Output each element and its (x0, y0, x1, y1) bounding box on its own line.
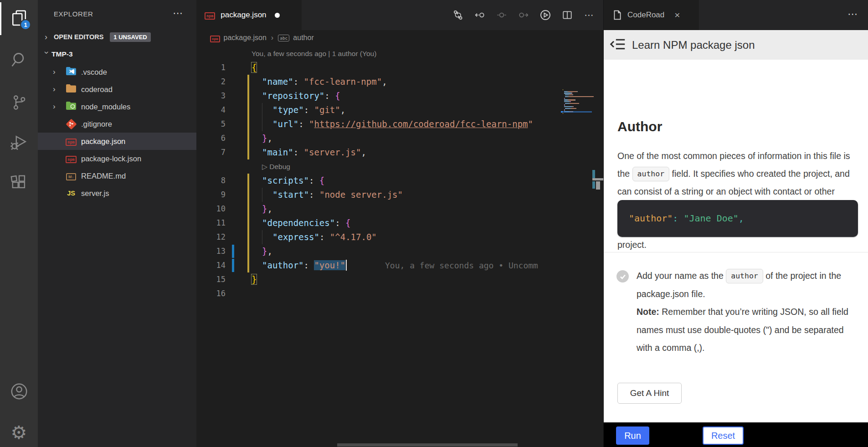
line-number[interactable]: 13 (196, 244, 226, 258)
split-editor-icon[interactable] (561, 9, 573, 21)
line-number[interactable]: 8 (196, 174, 226, 188)
tab-coderoad[interactable]: CodeRoad × (604, 0, 699, 30)
token: , (267, 246, 272, 256)
run-and-debug-icon[interactable] (0, 125, 38, 159)
line-number[interactable]: 1 (196, 61, 226, 75)
code-line-3[interactable]: 3"repository": { (196, 89, 562, 103)
code-text: } (252, 272, 257, 287)
more-actions-icon[interactable]: ⋯ (583, 9, 595, 21)
tree-item-.vscode[interactable]: ›.vscode (38, 63, 196, 81)
minimap[interactable] (562, 89, 592, 139)
editor-actions: ⋯ (452, 0, 595, 30)
git-compare-icon[interactable] (452, 9, 464, 21)
line-number[interactable]: 14 (196, 258, 226, 272)
minimap-line (564, 91, 578, 92)
file-type-icon: npm (64, 137, 78, 145)
token: : (293, 147, 304, 157)
line-number[interactable]: 2 (196, 75, 226, 89)
token: "repository" (262, 91, 324, 101)
tree-item-package-lock.json[interactable]: npmpackage-lock.json (38, 150, 196, 167)
extensions-icon[interactable] (0, 165, 38, 200)
line-number[interactable]: 4 (196, 103, 226, 117)
codelens-row[interactable]: You, a few seconds ago | 1 author (You) (196, 46, 562, 61)
bold-text: Note: (637, 307, 659, 317)
tree-item-.gitignore[interactable]: .gitignore (38, 115, 196, 133)
token: : (309, 175, 319, 185)
reset-button[interactable]: Reset (703, 426, 744, 445)
accounts-icon[interactable] (0, 374, 38, 409)
unsaved-badge: 1 UNSAVED (110, 32, 150, 42)
chevron-right-icon[interactable]: › (53, 102, 64, 111)
code-line-2[interactable]: 2"name": "fcc-learn-npm", (196, 75, 562, 89)
chevron-right-icon[interactable]: › (53, 85, 64, 94)
close-icon[interactable]: × (674, 10, 680, 21)
code-line-11[interactable]: 11"dependencies": { (196, 216, 562, 230)
run-button[interactable]: Run (616, 426, 649, 445)
workspace-root-row[interactable]: › TMP-3 (38, 46, 196, 63)
horizontal-scrollbar[interactable] (337, 443, 518, 447)
back-to-lessons-icon[interactable] (610, 36, 626, 54)
token: : (304, 105, 314, 115)
overview-ruler-slider[interactable] (592, 178, 603, 180)
line-number[interactable]: 6 (196, 131, 226, 145)
chevron-right-icon[interactable]: › (53, 67, 64, 77)
current-change-icon[interactable] (496, 9, 508, 21)
code-line-12[interactable]: 12"express": "^4.17.0" (196, 230, 562, 244)
line-number[interactable]: 11 (196, 216, 226, 230)
tree-item-node_modules[interactable]: ›node_modules (38, 98, 196, 115)
tree-item-coderoad[interactable]: ›coderoad (38, 81, 196, 98)
file-type-icon: JS (64, 189, 78, 197)
overview-ruler-slider[interactable] (596, 181, 600, 190)
code-line-14[interactable]: 14"author": "you!"You, a few seconds ago… (196, 258, 562, 272)
search-icon[interactable] (0, 42, 38, 77)
tree-item-README.md[interactable]: M↓README.md (38, 167, 196, 185)
tree-item-package.json[interactable]: npmpackage.json (38, 133, 196, 150)
code-line-1[interactable]: 1{ (196, 61, 562, 75)
tree-item-server.js[interactable]: JSserver.js (38, 185, 196, 202)
line-number[interactable]: 7 (196, 145, 226, 159)
example-code-block: "author": "Jane Doe", (617, 200, 858, 237)
source-control-icon[interactable] (0, 85, 38, 120)
explorer-icon[interactable]: 1 (0, 1, 38, 36)
get-a-hint-button[interactable]: Get A Hint (617, 383, 682, 404)
code-line-9[interactable]: 9"start": "node server.js" (196, 188, 562, 202)
debug-codelens[interactable]: ▷ Debug (262, 159, 290, 174)
line-number[interactable]: 3 (196, 89, 226, 103)
open-editors-section[interactable]: › OPEN EDITORS 1 UNSAVED (38, 28, 196, 46)
modified-gutter-marker (247, 216, 249, 230)
line-number[interactable]: 5 (196, 117, 226, 131)
code-line-7[interactable]: 7"main": "server.js", (196, 145, 562, 159)
run-file-icon[interactable] (539, 9, 551, 21)
panel-more-actions-icon[interactable]: ⋯ (847, 8, 858, 20)
next-change-icon[interactable] (518, 9, 529, 21)
modified-gutter-marker (247, 230, 249, 244)
breadcrumb-file[interactable]: package.json (224, 34, 267, 42)
code-line-16[interactable]: 16 (196, 287, 562, 301)
code-line-15[interactable]: 15} (196, 272, 562, 287)
explorer-more-actions-icon[interactable]: ⋯ (173, 7, 184, 19)
breadcrumb-symbol[interactable]: author (293, 34, 313, 42)
line-number[interactable]: 15 (196, 272, 226, 287)
line-number[interactable]: 10 (196, 202, 226, 216)
tab-package-json[interactable]: npm package.json (196, 0, 302, 30)
code-line-6[interactable]: 6}, (196, 131, 562, 145)
token: "fcc-learn-npm" (304, 77, 382, 87)
code-line-4[interactable]: 4"type": "git", (196, 103, 562, 117)
settings-gear-icon[interactable]: ⚙ (0, 415, 38, 447)
overview-ruler-mark (592, 181, 595, 189)
previous-change-icon[interactable] (474, 9, 486, 21)
dirty-indicator-icon[interactable] (275, 13, 280, 18)
code-line-5[interactable]: 5"url": "https://github.com/coderoad/fcc… (196, 117, 562, 131)
token: "you!" (314, 260, 345, 270)
code-line-8[interactable]: 8"scripts": { (196, 174, 562, 188)
code-line-10[interactable]: 10}, (196, 202, 562, 216)
code-line-13[interactable]: 13}, (196, 244, 562, 258)
code-editor[interactable]: You, a few seconds ago | 1 author (You)1… (196, 46, 562, 447)
file-type-icon: npm (64, 154, 78, 163)
unsaved-count-badge: 1 (20, 19, 31, 30)
line-number[interactable]: 16 (196, 287, 226, 301)
breadcrumb[interactable]: npm package.json › abc author (196, 30, 603, 46)
codelens-row[interactable]: ▷ Debug (196, 159, 562, 174)
line-number[interactable]: 12 (196, 230, 226, 244)
line-number[interactable]: 9 (196, 188, 226, 202)
